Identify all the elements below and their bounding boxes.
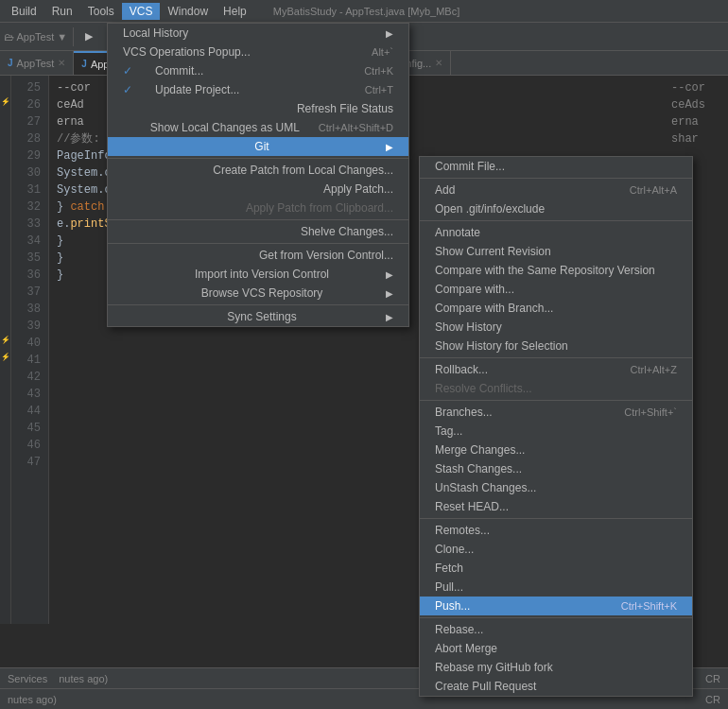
encoding-label: CR (705, 673, 720, 684)
vcs-commit-label: Commit... (155, 64, 203, 78)
git-tag-label: Tag... (435, 424, 462, 438)
tab-close-mybatis[interactable]: ✕ (435, 58, 442, 68)
git-open-exclude-label: Open .git/info/exclude (435, 202, 545, 216)
git-rebase-label: Rebase... (435, 623, 483, 636)
services-label[interactable]: Services (8, 673, 47, 684)
gutter-icon-16[interactable]: ⚡ (0, 348, 11, 365)
git-branches-shortcut: Ctrl+Shift+` (624, 406, 677, 418)
git-clone[interactable]: Clone... (420, 540, 692, 559)
vcs-update-project[interactable]: ✓ Update Project... Ctrl+T (108, 80, 408, 99)
git-push[interactable]: Push... Ctrl+Shift+K (420, 597, 692, 615)
menu-help[interactable]: Help (216, 3, 254, 20)
vcs-get-from-vcs[interactable]: Get from Version Control... (108, 246, 408, 265)
vcs-operations-popup[interactable]: VCS Operations Popup... Alt+` (108, 43, 408, 61)
git-tag[interactable]: Tag... (420, 422, 692, 441)
vcs-apply-patch[interactable]: Apply Patch... (108, 180, 408, 199)
git-stash[interactable]: Stash Changes... (420, 459, 692, 478)
git-add-shortcut: Ctrl+Alt+A (630, 184, 677, 196)
git-unstash[interactable]: UnStash Changes... (420, 478, 692, 497)
vcs-shelve[interactable]: Shelve Changes... (108, 222, 408, 241)
gutter-icon-14 (0, 314, 11, 331)
git-remotes[interactable]: Remotes... (420, 521, 692, 540)
git-merge[interactable]: Merge Changes... (420, 441, 692, 459)
vcs-update-check: ✓ (123, 83, 132, 96)
git-commit-file[interactable]: Commit File... (420, 157, 692, 176)
vcs-refresh[interactable]: Refresh File Status (108, 99, 408, 118)
tab-apptest[interactable]: J AppTest ✕ (0, 51, 74, 76)
git-rebase-github[interactable]: Rebase my GitHub fork (420, 658, 692, 677)
git-rollback-shortcut: Ctrl+Alt+Z (630, 364, 677, 375)
git-show-current[interactable]: Show Current Revision (420, 242, 692, 261)
git-sep-6 (420, 617, 692, 618)
git-create-pr-label: Create Pull Request (435, 680, 536, 693)
tab-close-apptest[interactable]: ✕ (58, 58, 65, 68)
vcs-update-shortcut: Ctrl+T (365, 84, 393, 95)
gutter-icon-5 (0, 161, 11, 178)
gutter-icon-21 (0, 433, 11, 450)
vcs-sep-3 (108, 243, 408, 244)
menu-run[interactable]: Run (44, 3, 80, 20)
vcs-operations-shortcut: Alt+` (372, 46, 393, 58)
git-reset-head[interactable]: Reset HEAD... (420, 497, 692, 516)
menu-vcs[interactable]: VCS (122, 3, 161, 20)
vcs-show-uml-label: Show Local Changes as UML (150, 121, 300, 134)
vcs-sync-label: Sync Settings (227, 310, 296, 323)
gutter-icon-4 (0, 144, 11, 161)
gutter-icon-20 (0, 416, 11, 433)
vcs-commit[interactable]: ✓ Commit... Ctrl+K (108, 61, 408, 80)
git-resolve-conflicts: Resolve Conflicts... (420, 379, 692, 398)
vcs-sync-arrow: ▶ (386, 312, 393, 322)
gutter-icon-18 (0, 382, 11, 399)
gutter-icon-7 (0, 195, 11, 212)
git-compare-branch-label: Compare with Branch... (435, 302, 553, 315)
git-dropdown: Commit File... Add Ctrl+Alt+A Open .git/… (419, 156, 693, 697)
git-branches[interactable]: Branches... Ctrl+Shift+` (420, 403, 692, 422)
menu-build[interactable]: Build (4, 3, 44, 20)
git-sep-5 (420, 518, 692, 519)
vcs-sync-settings[interactable]: Sync Settings ▶ (108, 307, 408, 326)
gutter-icon-15[interactable]: ⚡ (0, 331, 11, 348)
vcs-sep-2 (108, 219, 408, 220)
git-reset-head-label: Reset HEAD... (435, 500, 509, 513)
menu-window[interactable]: Window (160, 3, 216, 20)
git-fetch[interactable]: Fetch (420, 559, 692, 578)
vcs-git[interactable]: Git ▶ (108, 137, 408, 156)
gutter-icon-10 (0, 246, 11, 263)
git-compare-with[interactable]: Compare with... (420, 280, 692, 299)
git-abort-merge[interactable]: Abort Merge (420, 639, 692, 658)
git-compare-same[interactable]: Compare with the Same Repository Version (420, 261, 692, 280)
gutter-icon-8 (0, 212, 11, 229)
git-rebase[interactable]: Rebase... (420, 620, 692, 639)
git-compare-branch[interactable]: Compare with Branch... (420, 299, 692, 318)
vcs-show-uml[interactable]: Show Local Changes as UML Ctrl+Alt+Shift… (108, 118, 408, 137)
vcs-import-label: Import into Version Control (195, 268, 329, 281)
gutter-icon-6 (0, 178, 11, 195)
gutter-icon-11 (0, 263, 11, 280)
git-show-history[interactable]: Show History (420, 318, 692, 337)
git-compare-same-label: Compare with the Same Repository Version (435, 264, 655, 277)
vcs-update-label: Update Project... (155, 83, 239, 96)
gutter-icon-1[interactable]: ⚡ (0, 93, 11, 110)
git-add[interactable]: Add Ctrl+Alt+A (420, 181, 692, 199)
vcs-uml-shortcut: Ctrl+Alt+Shift+D (319, 122, 393, 133)
git-show-history-selection[interactable]: Show History for Selection (420, 337, 692, 355)
project-selector[interactable]: 🗁 AppTest ▼ (4, 31, 67, 43)
vcs-create-patch[interactable]: Create Patch from Local Changes... (108, 161, 408, 180)
vcs-import[interactable]: Import into Version Control ▶ (108, 265, 408, 284)
git-annotate[interactable]: Annotate (420, 223, 692, 242)
git-fetch-label: Fetch (435, 562, 463, 575)
git-pull-label: Pull... (435, 580, 463, 594)
vcs-refresh-label: Refresh File Status (297, 102, 393, 115)
vcs-commit-shortcut: Ctrl+K (364, 65, 393, 77)
vcs-import-arrow: ▶ (386, 269, 393, 280)
git-pull[interactable]: Pull... (420, 578, 692, 597)
vcs-local-history[interactable]: Local History ▶ (108, 24, 408, 43)
git-open-exclude[interactable]: Open .git/info/exclude (420, 199, 692, 218)
git-annotate-label: Annotate (435, 226, 480, 239)
git-create-pr[interactable]: Create Pull Request (420, 677, 692, 696)
git-rollback[interactable]: Rollback... Ctrl+Alt+Z (420, 360, 692, 379)
git-sep-2 (420, 220, 692, 221)
run-button[interactable]: ▶ (79, 28, 98, 44)
menu-tools[interactable]: Tools (80, 3, 122, 20)
vcs-browse[interactable]: Browse VCS Repository ▶ (108, 284, 408, 303)
